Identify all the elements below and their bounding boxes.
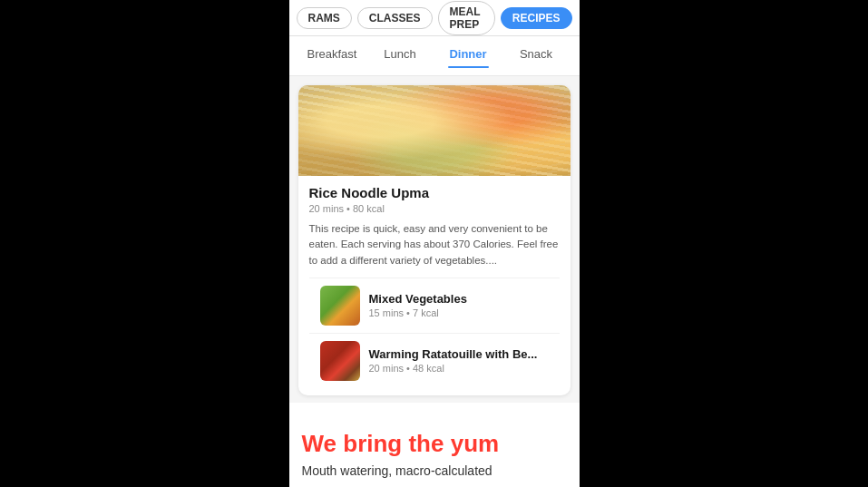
recipe-thumbnail xyxy=(320,286,360,326)
meal-tabs: Breakfast Lunch Dinner Snack xyxy=(289,36,580,76)
list-item-title: Mixed Vegetables xyxy=(369,292,467,306)
nav-bar: RAMS CLASSES MEAL PREP RECIPES xyxy=(289,0,580,36)
tab-lunch[interactable]: Lunch xyxy=(366,47,434,64)
recipe-thumbnail xyxy=(320,341,360,381)
recipe-hero-image xyxy=(298,85,571,176)
recipe-info: Rice Noodle Upma 20 mins • 80 kcal This … xyxy=(298,176,571,395)
recipe-list-info: Mixed Vegetables 15 mins • 7 kcal xyxy=(369,292,467,318)
main-panel: RAMS CLASSES MEAL PREP RECIPES Breakfast… xyxy=(289,0,580,487)
nav-programs[interactable]: RAMS xyxy=(297,7,352,29)
subtitle: Mouth watering, macro-calculated xyxy=(302,463,493,478)
recipe-description: This recipe is quick, easy and very conv… xyxy=(309,221,560,268)
tagline: We bring the yum xyxy=(302,430,500,458)
recipe-meta: 20 mins • 80 kcal xyxy=(309,203,560,214)
nav-meal-prep[interactable]: MEAL PREP xyxy=(438,1,495,35)
nav-recipes[interactable]: RECIPES xyxy=(501,7,572,29)
list-item[interactable]: Mixed Vegetables 15 mins • 7 kcal xyxy=(309,278,560,333)
nav-classes[interactable]: CLASSES xyxy=(357,7,433,29)
tab-snack[interactable]: Snack xyxy=(502,47,571,64)
featured-recipe-card[interactable]: Rice Noodle Upma 20 mins • 80 kcal This … xyxy=(298,85,571,395)
tab-breakfast[interactable]: Breakfast xyxy=(298,47,366,64)
bottom-section: We bring the yum Mouth watering, macro-c… xyxy=(289,403,580,487)
recipe-list-info: Warming Ratatouille with Be... 20 mins •… xyxy=(369,347,538,374)
list-item-title: Warming Ratatouille with Be... xyxy=(369,347,538,361)
tab-dinner[interactable]: Dinner xyxy=(434,47,502,64)
list-item-meta: 15 mins • 7 kcal xyxy=(369,307,467,318)
list-item[interactable]: Warming Ratatouille with Be... 20 mins •… xyxy=(309,333,560,388)
list-item-meta: 20 mins • 48 kcal xyxy=(369,363,538,374)
recipe-title: Rice Noodle Upma xyxy=(309,185,560,200)
